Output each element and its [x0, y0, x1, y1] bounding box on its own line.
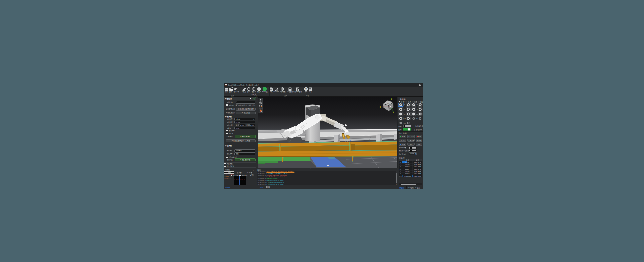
svg-text:0.000 RPM: 0.000 RPM — [414, 171, 421, 172]
svg-text:0.000 mm/s: 0.000 mm/s — [414, 175, 421, 177]
svg-text:?: ? — [305, 88, 307, 91]
svg-text:G.X: G.X — [403, 118, 406, 119]
svg-text:步长: 步长 — [398, 125, 402, 127]
svg-text:0.000 RPM: 0.000 RPM — [414, 173, 421, 175]
svg-text:倍率: 倍率 — [398, 129, 402, 131]
svg-text:G.X: G.X — [399, 175, 402, 177]
svg-text:0.000 °: 0.000 ° — [405, 171, 410, 172]
svg-text:G.Z: G.Z — [403, 122, 406, 124]
svg-text:J6: J6 — [400, 173, 401, 175]
svg-text:0.000 RPM: 0.000 RPM — [414, 168, 421, 170]
svg-text:Z: Z — [391, 98, 392, 100]
svg-text:J3: J3 — [404, 108, 406, 110]
svg-text:J2: J2 — [400, 164, 401, 165]
svg-text:0.000 °: 0.000 ° — [405, 173, 410, 175]
svg-text:0.000 RPM: 0.000 RPM — [414, 164, 421, 165]
svg-text:J4: J4 — [400, 168, 401, 170]
svg-text:0.000 RPM: 0.000 RPM — [414, 161, 421, 163]
svg-text:J6: J6 — [416, 113, 418, 115]
svg-text:J2: J2 — [416, 104, 418, 106]
svg-text:0.000 °: 0.000 ° — [405, 164, 410, 165]
svg-text:Y: Y — [393, 112, 394, 113]
svg-text:J4: J4 — [416, 108, 418, 110]
svg-text:J5: J5 — [404, 113, 406, 115]
svg-text:X: X — [380, 106, 381, 108]
svg-text:点动设置: 点动设置 — [416, 129, 422, 131]
svg-text:G.Y: G.Y — [416, 118, 418, 119]
svg-text:J5: J5 — [400, 171, 401, 172]
svg-text:96.736 °: 96.736 ° — [405, 161, 410, 163]
svg-text:0.000 °: 0.000 ° — [405, 168, 410, 170]
svg-text:0.000 °: 0.000 ° — [405, 166, 410, 168]
svg-text:J3: J3 — [400, 166, 401, 168]
svg-text:J1: J1 — [404, 104, 406, 106]
svg-text:⋯ 选择轴程式: ⋯ 选择轴程式 — [413, 125, 423, 127]
svg-text:0.000 RPM: 0.000 RPM — [414, 166, 421, 168]
svg-text:-5.925 mm: -5.925 mm — [404, 175, 411, 177]
svg-text:J1: J1 — [400, 161, 401, 163]
